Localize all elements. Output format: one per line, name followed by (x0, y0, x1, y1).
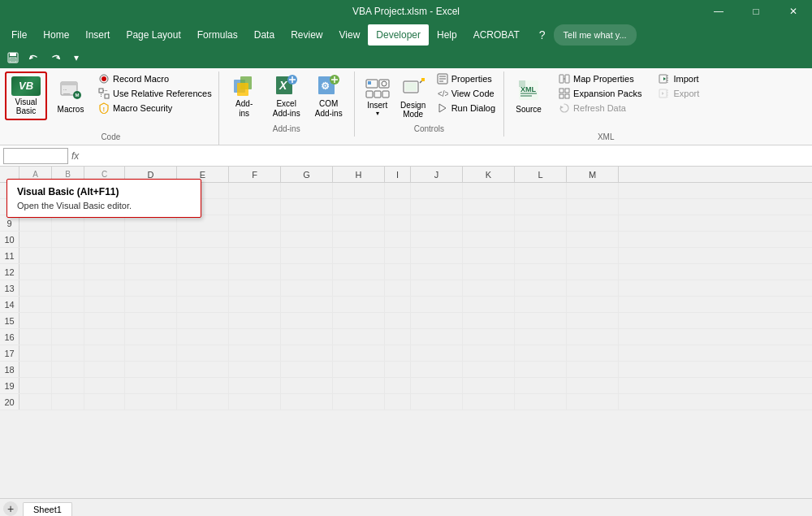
cell[interactable] (19, 248, 52, 263)
cell[interactable] (411, 215, 463, 231)
relative-refs-button[interactable]: Use Relative References (94, 86, 215, 101)
cell[interactable] (463, 232, 515, 247)
export-button[interactable]: Export (654, 86, 702, 101)
menu-developer[interactable]: Developer (368, 24, 429, 46)
cell[interactable] (281, 280, 333, 296)
cell[interactable] (385, 329, 411, 345)
cell[interactable] (177, 345, 229, 361)
cell[interactable] (177, 264, 229, 280)
cell[interactable] (125, 362, 177, 377)
cell[interactable] (281, 183, 333, 198)
col-header-f[interactable]: F (229, 167, 281, 182)
cell[interactable] (333, 394, 385, 410)
import-button[interactable]: Import (654, 72, 702, 86)
cell[interactable] (177, 394, 229, 410)
cell[interactable] (52, 232, 84, 247)
cell[interactable] (567, 280, 619, 296)
cell[interactable] (567, 394, 619, 410)
cell[interactable] (52, 329, 84, 345)
cell[interactable] (385, 313, 411, 328)
cell[interactable] (125, 329, 177, 345)
cell[interactable] (333, 280, 385, 296)
add-ins-button[interactable]: Add-ins (224, 72, 265, 120)
help-icon[interactable]: ? (531, 24, 554, 46)
cell[interactable] (281, 215, 333, 231)
macro-security-button[interactable]: ! Macro Security (94, 101, 215, 115)
refresh-data-button[interactable]: Refresh Data (555, 101, 645, 115)
cell[interactable] (52, 280, 84, 296)
cell[interactable] (385, 183, 411, 198)
cell[interactable] (125, 232, 177, 247)
cell[interactable] (411, 248, 463, 263)
menu-help[interactable]: Help (429, 24, 465, 46)
cell[interactable] (411, 280, 463, 296)
cell[interactable] (385, 362, 411, 377)
cell[interactable] (177, 329, 229, 345)
cell[interactable] (385, 297, 411, 312)
cell[interactable] (515, 313, 567, 328)
close-button[interactable]: ✕ (775, 0, 812, 23)
cell[interactable] (385, 345, 411, 361)
cell[interactable] (463, 362, 515, 377)
col-header-h[interactable]: H (333, 167, 385, 182)
cell[interactable] (281, 329, 333, 345)
cell[interactable] (52, 313, 84, 328)
cell[interactable] (177, 232, 229, 247)
cell[interactable] (385, 232, 411, 247)
cell[interactable] (411, 378, 463, 393)
cell[interactable] (281, 394, 333, 410)
cell[interactable] (177, 378, 229, 393)
macros-button[interactable]: ... ___ M Macros (50, 72, 91, 120)
cell[interactable] (463, 280, 515, 296)
cell[interactable] (19, 280, 52, 296)
cell[interactable] (229, 183, 281, 198)
cell[interactable] (567, 329, 619, 345)
cell[interactable] (281, 313, 333, 328)
cell[interactable] (411, 394, 463, 410)
quick-access-dropdown[interactable]: ▾ (67, 49, 86, 67)
run-dialog-button[interactable]: Run Dialog (433, 101, 499, 115)
cell[interactable] (463, 264, 515, 280)
cell[interactable] (333, 297, 385, 312)
cell[interactable] (177, 280, 229, 296)
cell[interactable] (463, 345, 515, 361)
cell[interactable] (385, 264, 411, 280)
cell[interactable] (19, 345, 52, 361)
sheet-tab-1[interactable]: Sheet1 (23, 502, 72, 516)
view-code-button[interactable]: </> View Code (433, 86, 499, 101)
cell[interactable] (229, 264, 281, 280)
cell[interactable] (567, 362, 619, 377)
cell[interactable] (515, 232, 567, 247)
cell[interactable] (281, 232, 333, 247)
cell[interactable] (333, 378, 385, 393)
cell[interactable] (515, 378, 567, 393)
cell[interactable] (19, 329, 52, 345)
cell[interactable] (515, 394, 567, 410)
cell[interactable] (333, 199, 385, 215)
cell[interactable] (463, 199, 515, 215)
cell[interactable] (281, 199, 333, 215)
cell[interactable] (567, 232, 619, 247)
cell[interactable] (411, 297, 463, 312)
menu-file[interactable]: File (3, 24, 35, 46)
cell[interactable] (385, 199, 411, 215)
cell[interactable] (515, 215, 567, 231)
cell[interactable] (125, 264, 177, 280)
cell[interactable] (515, 362, 567, 377)
cell[interactable] (411, 183, 463, 198)
col-header-g[interactable]: G (281, 167, 333, 182)
cell[interactable] (333, 329, 385, 345)
cell[interactable] (19, 264, 52, 280)
menu-review[interactable]: Review (283, 24, 330, 46)
com-add-ins-button[interactable]: ⚙ COMAdd-ins (309, 72, 349, 120)
cell[interactable] (515, 280, 567, 296)
cell[interactable] (385, 215, 411, 231)
cell[interactable] (567, 264, 619, 280)
cell[interactable] (281, 378, 333, 393)
cell[interactable] (229, 199, 281, 215)
cell[interactable] (52, 378, 84, 393)
cell[interactable] (229, 297, 281, 312)
record-macro-button[interactable]: Record Macro (94, 72, 215, 86)
cell[interactable] (84, 345, 125, 361)
cell[interactable] (84, 378, 125, 393)
